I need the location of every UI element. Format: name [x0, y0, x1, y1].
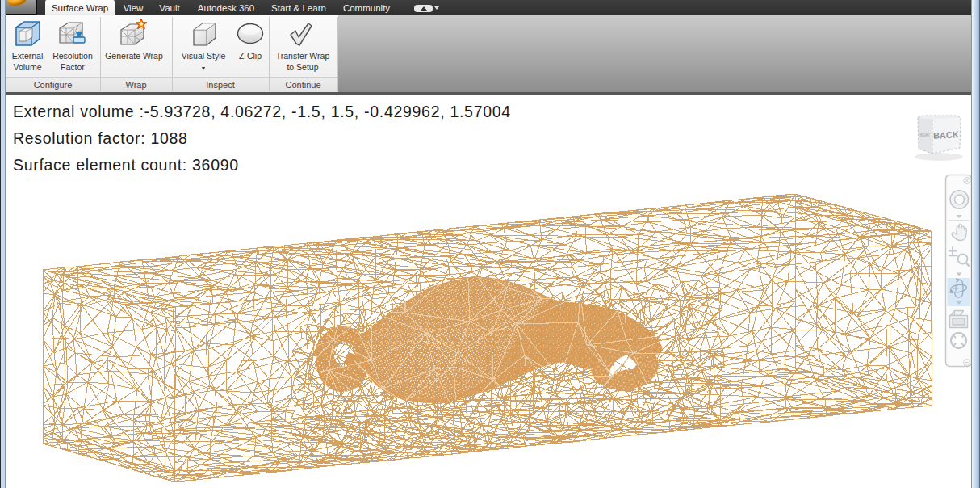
svg-text:BACK: BACK	[933, 129, 959, 141]
svg-text:RIGHT: RIGHT	[919, 131, 930, 138]
